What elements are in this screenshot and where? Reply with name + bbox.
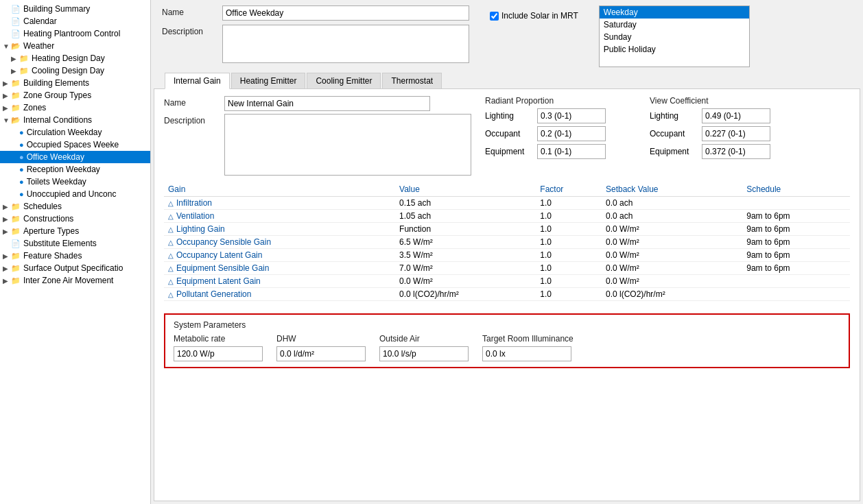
gain-name-link[interactable]: Equipment Latent Gain: [176, 276, 261, 286]
desc-label: Description: [162, 25, 217, 36]
sidebar-item-occupied-spaces[interactable]: ●Occupied Spaces Weeke: [0, 139, 150, 151]
gains-col-header: Factor: [536, 182, 602, 197]
sidebar-item-building-elements[interactable]: ▶📁Building Elements: [0, 77, 150, 89]
gain-name-link[interactable]: Occupancy Sensible Gain: [176, 237, 271, 247]
sidebar-item-heating-design-day[interactable]: ▶📁Heating Design Day: [0, 52, 150, 64]
leaf-icon: 📄: [11, 29, 21, 38]
sidebar-item-substitute-elements[interactable]: 📄Substitute Elements: [0, 237, 150, 250]
outside-air-input[interactable]: [379, 346, 469, 361]
sidebar-item-label: Calendar: [23, 16, 57, 26]
sidebar-item-cooling-design-day[interactable]: ▶📁Cooling Design Day: [0, 64, 150, 77]
radiant-row-input[interactable]: [537, 108, 606, 123]
gain-name-desc-group: Name Description: [164, 96, 471, 176]
gains-col-header: Setback Value: [602, 182, 742, 197]
content-area: Internal GainHeating EmitterCooling Emit…: [154, 70, 860, 501]
top-area: Name Description Include Solar in MRT We…: [151, 0, 863, 70]
tab-cooling-emitter[interactable]: Cooling Emitter: [307, 73, 381, 88]
name-input[interactable]: [222, 5, 469, 21]
gain-name-input[interactable]: [224, 96, 430, 111]
sidebar-item-office-weekday[interactable]: ●Office Weekday: [0, 151, 150, 163]
schedule-list-item[interactable]: Weekday: [600, 6, 749, 19]
gains-table: GainValueFactorSetback ValueSchedule △In…: [164, 182, 850, 301]
sidebar-item-label: Substitute Elements: [23, 239, 97, 248]
sidebar-item-label: Reception Weekday: [27, 165, 100, 174]
expand-icon: ▼: [3, 117, 10, 124]
gain-setback-cell: 0.0 W/m²: [602, 249, 742, 262]
gains-table-row: △Equipment Latent Gain0.0 W/m²1.00.0 W/m…: [164, 275, 850, 288]
gains-table-row: △Infiltration0.15 ach1.00.0 ach: [164, 197, 850, 210]
sidebar-item-calendar[interactable]: 📄Calendar: [0, 15, 150, 27]
leaf-icon: 📄: [11, 5, 21, 14]
schedule-list-item[interactable]: Saturday: [600, 19, 749, 31]
gain-name-link[interactable]: Equipment Sensible Gain: [176, 263, 269, 273]
folder-icon: 📁: [11, 79, 21, 88]
sidebar-item-inter-zone[interactable]: ▶📁Inter Zone Air Movement: [0, 274, 150, 287]
gain-schedule-cell: 9am to 6pm: [742, 249, 850, 262]
sidebar-item-zones[interactable]: ▶📁Zones: [0, 101, 150, 114]
folder-icon: 📂: [11, 42, 21, 51]
gain-factor-cell: 1.0: [536, 197, 602, 210]
gain-schedule-cell: 9am to 6pm: [742, 236, 850, 249]
radiant-row-input[interactable]: [537, 144, 606, 159]
gain-name-link[interactable]: Ventilation: [176, 211, 214, 221]
sidebar-item-zone-group-types[interactable]: ▶📁Zone Group Types: [0, 89, 150, 101]
metabolic-param: Metabolic rate: [174, 334, 263, 361]
schedule-list-item[interactable]: Public Holiday: [600, 43, 749, 56]
tab-heating-emitter[interactable]: Heating Emitter: [231, 73, 306, 88]
dhw-input[interactable]: [276, 346, 366, 361]
sidebar-item-toilets-weekday[interactable]: ●Toilets Weekday: [0, 176, 150, 188]
sidebar-item-surface-output[interactable]: ▶📁Surface Output Specificatio: [0, 262, 150, 274]
sidebar-item-internal-conditions[interactable]: ▼📂Internal Conditions: [0, 114, 150, 126]
gain-factor-cell: 1.0: [536, 223, 602, 236]
globe-icon: ●: [19, 190, 24, 198]
radiant-row: Occupant: [485, 126, 636, 141]
gain-name-link[interactable]: Infiltration: [176, 198, 212, 208]
metabolic-input[interactable]: [174, 346, 263, 361]
radiant-row: Equipment: [485, 144, 636, 159]
gain-desc-textarea[interactable]: [224, 114, 471, 176]
sidebar-item-building-summary[interactable]: 📄Building Summary: [0, 3, 150, 15]
illuminance-param: Target Room Illuminance: [482, 334, 574, 361]
gain-name-link[interactable]: Occupancy Latent Gain: [176, 250, 262, 260]
name-row: Name: [162, 5, 469, 21]
view-coeff-row-label: Lighting: [650, 111, 698, 121]
gain-setback-cell: 0.0 W/m²: [602, 236, 742, 249]
view-coeff-row-input[interactable]: [702, 126, 770, 141]
expand-icon: ▼: [3, 43, 10, 50]
view-coeff-row-input[interactable]: [702, 108, 770, 123]
gain-name-link[interactable]: Lighting Gain: [176, 224, 225, 234]
view-coeff-title: View Coefficient: [650, 96, 801, 106]
gain-factor-cell: 1.0: [536, 249, 602, 262]
tab-thermostat[interactable]: Thermostat: [382, 73, 442, 88]
radiant-row-input[interactable]: [537, 126, 606, 141]
sidebar-item-label: Heating Plantroom Control: [23, 29, 120, 38]
sidebar-item-aperture-types[interactable]: ▶📁Aperture Types: [0, 225, 150, 237]
folder-icon: 📁: [11, 104, 21, 112]
name-desc-area: Name Description: [162, 5, 469, 67]
outside-air-label: Outside Air: [379, 334, 469, 344]
gain-name-link[interactable]: Pollutant Generation: [176, 289, 251, 299]
sidebar-item-feature-shades[interactable]: ▶📁Feature Shades: [0, 250, 150, 262]
gain-name-cell: △Equipment Latent Gain: [164, 275, 395, 288]
schedule-list-item[interactable]: Sunday: [600, 31, 749, 43]
gain-name-cell: △Pollutant Generation: [164, 288, 395, 301]
tab-panel: Name Description Radiant Proportion Ligh…: [154, 89, 860, 501]
view-coeff-row-input[interactable]: [702, 144, 770, 159]
folder-icon: 📁: [19, 54, 29, 63]
desc-textarea[interactable]: [222, 25, 469, 63]
sidebar-item-unoccupied[interactable]: ●Unoccupied and Unconc: [0, 188, 150, 200]
tab-internal-gain[interactable]: Internal Gain: [165, 73, 230, 89]
gain-factor-cell: 1.0: [536, 275, 602, 288]
sidebar-item-reception-weekday[interactable]: ●Reception Weekday: [0, 163, 150, 176]
include-solar-checkbox[interactable]: [490, 12, 499, 21]
sidebar-item-weather[interactable]: ▼📂Weather: [0, 40, 150, 52]
main-content: Name Description Include Solar in MRT We…: [151, 0, 863, 504]
sidebar-item-circulation-weekday[interactable]: ●Circulation Weekday: [0, 126, 150, 139]
schedule-list[interactable]: WeekdaySaturdaySundayPublic Holiday: [599, 5, 750, 67]
sidebar-item-heating-plantroom[interactable]: 📄Heating Plantroom Control: [0, 27, 150, 40]
illuminance-input[interactable]: [482, 346, 571, 361]
sidebar-item-constructions[interactable]: ▶📁Constructions: [0, 213, 150, 225]
radiant-row-label: Occupant: [485, 129, 533, 139]
sidebar-item-label: Building Summary: [23, 4, 90, 14]
sidebar-item-schedules[interactable]: ▶📁Schedules: [0, 200, 150, 213]
